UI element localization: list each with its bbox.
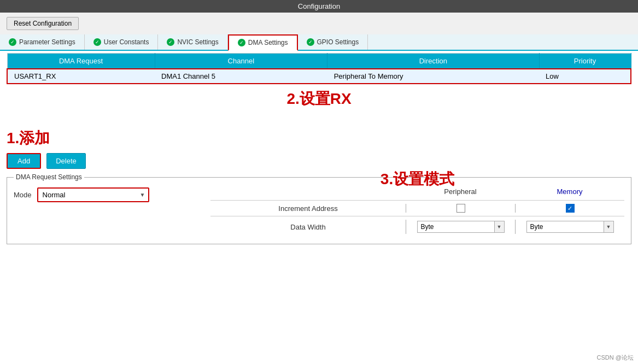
- tab-nvic-icon: [167, 38, 174, 46]
- peripheral-increment-checkbox[interactable]: [456, 204, 465, 213]
- memory-dw-select-area: Byte Half Word Word ▼: [515, 220, 624, 234]
- mode-select[interactable]: Normal Circular: [38, 189, 137, 201]
- peripheral-dw-arrow-icon: ▼: [494, 221, 504, 232]
- mode-section: Mode Normal Circular ▼: [14, 185, 210, 207]
- reset-config-button[interactable]: Reset Configuration: [7, 17, 79, 30]
- memory-dw-select[interactable]: Byte Half Word Word: [527, 221, 604, 232]
- col-header-channel: Channel: [155, 54, 327, 69]
- data-width-label: Data Width: [210, 223, 406, 231]
- annotation-mode-text: 3.设置模式: [381, 169, 454, 190]
- memory-checkbox-area: ✓: [515, 204, 624, 213]
- tabs-bar: Parameter Settings User Constants NVIC S…: [0, 34, 638, 51]
- mode-row: Mode Normal Circular ▼: [14, 185, 210, 202]
- tab-dma-label: DMA Settings: [248, 39, 288, 46]
- memory-increment-checkbox[interactable]: ✓: [566, 204, 575, 213]
- add-button[interactable]: Add: [7, 153, 41, 169]
- watermark: CSDN @论坛: [597, 354, 634, 362]
- tab-dma-icon: [238, 39, 245, 46]
- mode-select-wrapper[interactable]: Normal Circular ▼: [37, 187, 150, 202]
- peripheral-dw-select-area: Byte Half Word Word ▼: [406, 220, 515, 234]
- settings-wrapper: Mode Normal Circular ▼ 3.设置模式 Peripheral…: [14, 185, 624, 237]
- mode-select-arrow-icon: ▼: [137, 189, 149, 201]
- col-header-priority: Priority: [539, 54, 631, 69]
- cell-channel: DMA1 Channel 5: [155, 69, 327, 84]
- peripheral-dw-select[interactable]: Byte Half Word Word: [418, 221, 494, 232]
- mode-label: Mode: [14, 191, 32, 199]
- dma-table: DMA Request Channel Direction Priority U…: [7, 53, 631, 84]
- fieldset-legend: DMA Request Settings: [14, 173, 84, 181]
- delete-button[interactable]: Delete: [46, 153, 86, 169]
- annotation-add: 1.添加: [0, 111, 638, 151]
- peripheral-checkbox-area: [406, 204, 515, 213]
- tab-gpio-icon: [307, 38, 314, 46]
- right-section: 3.设置模式 Peripheral Memory Increment Addre…: [210, 185, 624, 237]
- tab-parameter-icon: [9, 38, 16, 46]
- col-header-dma-request: DMA Request: [7, 54, 155, 69]
- tab-parameter-label: Parameter Settings: [19, 38, 75, 46]
- tab-nvic-label: NVIC Settings: [177, 38, 218, 46]
- increment-address-row: Increment Address ✓: [210, 200, 624, 216]
- title-bar: Configuration: [0, 0, 638, 13]
- cell-dma-request: USART1_RX: [7, 69, 155, 84]
- cell-priority: Low: [539, 69, 631, 84]
- tab-user-constants-label: User Constants: [104, 38, 149, 46]
- table-row[interactable]: USART1_RX DMA1 Channel 5 Peripheral To M…: [7, 69, 631, 84]
- col-header-direction: Direction: [327, 54, 539, 69]
- title-text: Configuration: [298, 2, 340, 10]
- cell-direction: Peripheral To Memory: [327, 69, 539, 84]
- increment-address-label: Increment Address: [210, 204, 406, 213]
- data-width-row: Data Width Byte Half Word Word ▼: [210, 216, 624, 237]
- tab-gpio-label: GPIO Settings: [317, 38, 359, 46]
- tab-gpio-settings[interactable]: GPIO Settings: [298, 34, 368, 50]
- tab-parameter-settings[interactable]: Parameter Settings: [0, 34, 85, 50]
- memory-dw-wrapper[interactable]: Byte Half Word Word ▼: [526, 221, 614, 233]
- memory-dw-arrow-icon: ▼: [604, 221, 613, 232]
- peripheral-dw-wrapper[interactable]: Byte Half Word Word ▼: [417, 221, 505, 233]
- dma-table-container: DMA Request Channel Direction Priority U…: [0, 53, 638, 84]
- dma-request-settings: DMA Request Settings Mode Normal Circula…: [7, 173, 631, 244]
- reset-area: Reset Configuration: [0, 13, 638, 34]
- annotation-rx: 2.设置RX: [0, 84, 638, 111]
- tab-dma-settings[interactable]: DMA Settings: [228, 34, 298, 51]
- memory-header: Memory: [515, 185, 624, 198]
- tab-user-constants[interactable]: User Constants: [85, 34, 159, 50]
- tab-user-constants-icon: [93, 38, 101, 46]
- action-buttons: Add Delete: [0, 151, 638, 173]
- tab-nvic-settings[interactable]: NVIC Settings: [158, 34, 227, 50]
